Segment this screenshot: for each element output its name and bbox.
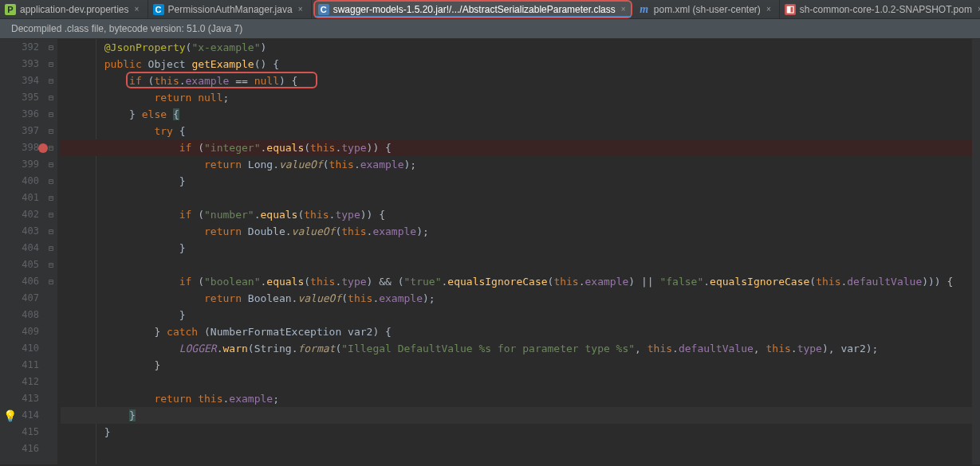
fold-marker-icon[interactable]: ⊟: [45, 72, 57, 89]
line-number: 404: [8, 240, 39, 256]
line-number: 403: [8, 223, 39, 240]
tab-permission-auth-manager[interactable]: C PermissionAuthManager.java ×: [148, 0, 312, 18]
line-number: 412: [8, 374, 39, 390]
line-number: 410: [8, 340, 39, 357]
line-number: 407: [8, 290, 39, 307]
tab-label: sh-common-core-1.0.2-SNAPSHOT.pom: [800, 4, 972, 15]
code-line[interactable]: if ("integer".equals(this.type)) {: [61, 139, 980, 156]
code-line[interactable]: return null;: [61, 89, 980, 106]
code-line[interactable]: } catch (NumberFormatException var2) {: [61, 323, 980, 340]
fold-marker-icon[interactable]: ⊟: [45, 106, 57, 123]
editor: 3923933943953963973983994004014024034044…: [0, 39, 980, 464]
line-number: 392: [8, 39, 39, 56]
line-number: 408: [8, 307, 39, 323]
close-tab-icon[interactable]: ×: [297, 6, 305, 14]
line-number: 393: [8, 56, 39, 72]
fold-marker-icon[interactable]: ⊟: [45, 89, 57, 106]
tab-abstract-serializable-parameter[interactable]: C swagger-models-1.5.20.jar!/.../Abstrac…: [313, 0, 632, 18]
code-line[interactable]: return Double.valueOf(this.example);: [61, 223, 980, 240]
code-line[interactable]: }: [61, 357, 980, 374]
fold-marker-icon[interactable]: ⊟: [45, 123, 57, 139]
file-icon: ◧: [785, 4, 796, 15]
intention-bulb-icon[interactable]: 💡: [3, 410, 14, 421]
close-tab-icon[interactable]: ×: [620, 6, 628, 14]
code-line[interactable]: return Boolean.valueOf(this.example);: [61, 290, 980, 307]
close-tab-icon[interactable]: ×: [765, 6, 773, 14]
code-line[interactable]: if ("boolean".equals(this.type) && ("tru…: [61, 273, 980, 290]
line-number: 411: [8, 357, 39, 374]
line-number: 400: [8, 173, 39, 190]
tab-pom-sh-user-center[interactable]: m pom.xml (sh-user-center) ×: [634, 0, 780, 18]
tab-label: application-dev.properties: [20, 4, 129, 15]
decompiled-banner: Decompiled .class file, bytecode version…: [0, 19, 980, 39]
code-line[interactable]: try {: [61, 123, 980, 139]
properties-file-icon: P: [5, 4, 16, 15]
code-line[interactable]: }: [61, 424, 980, 441]
code-line[interactable]: [61, 190, 980, 206]
code-area[interactable]: @JsonProperty("x-example") public Object…: [57, 39, 980, 464]
line-number: 409: [8, 323, 39, 340]
code-line[interactable]: }: [61, 240, 980, 256]
code-line[interactable]: }: [61, 307, 980, 323]
line-number: 397: [8, 123, 39, 139]
class-file-icon: C: [318, 4, 329, 15]
fold-marker-icon[interactable]: ⊟: [45, 39, 57, 56]
fold-marker-icon[interactable]: ⊟: [45, 56, 57, 72]
maven-file-icon: m: [639, 4, 650, 15]
fold-marker-icon[interactable]: ⊟: [45, 173, 57, 190]
code-line[interactable]: [61, 441, 980, 457]
line-number: 406: [8, 273, 39, 290]
line-number: 413: [8, 390, 39, 407]
fold-marker-icon[interactable]: ⊟: [45, 156, 57, 173]
code-line[interactable]: [61, 256, 980, 273]
code-line[interactable]: LOGGER.warn(String.format("Illegal Defau…: [61, 340, 980, 357]
code-line[interactable]: public Object getExample() {: [61, 56, 980, 72]
close-tab-icon[interactable]: ×: [133, 6, 141, 14]
code-line[interactable]: [61, 374, 980, 390]
tab-sh-common-core-pom[interactable]: ◧ sh-common-core-1.0.2-SNAPSHOT.pom ×: [780, 0, 980, 18]
code-line[interactable]: }: [61, 173, 980, 190]
fold-marker-icon[interactable]: ⊟: [45, 273, 57, 290]
code-line[interactable]: if (this.example == null) {: [61, 72, 980, 89]
fold-marker-icon[interactable]: ⊟: [45, 240, 57, 256]
error-stripe[interactable]: [972, 39, 980, 464]
code-line[interactable]: } else {: [61, 106, 980, 123]
java-class-icon: C: [153, 4, 164, 15]
fold-column[interactable]: ⊟⊟⊟⊟⊟⊟ ⊟ ⊟ ⊟ ⊟ ⊟⊟ ⊟ ⊟⊟: [45, 39, 57, 464]
line-number: 401: [8, 190, 39, 206]
code-line[interactable]: }💡: [61, 407, 980, 424]
code-line[interactable]: if ("number".equals(this.type)) {: [61, 206, 980, 223]
code-line[interactable]: return this.example;: [61, 390, 980, 407]
breakpoint-marker-icon[interactable]: [38, 143, 48, 153]
line-number: 402: [8, 206, 39, 223]
line-number: 396: [8, 106, 39, 123]
line-number: 395: [8, 89, 39, 106]
fold-marker-icon[interactable]: ⊟: [45, 256, 57, 273]
code-line[interactable]: return Long.valueOf(this.example);: [61, 156, 980, 173]
fold-marker-icon[interactable]: ⊟: [45, 190, 57, 206]
line-number: 405: [8, 256, 39, 273]
fold-marker-icon[interactable]: ⊟: [45, 223, 57, 240]
tab-strip: P application-dev.properties × C Permiss…: [0, 0, 980, 19]
tab-label: pom.xml (sh-user-center): [654, 4, 761, 15]
line-number: 415: [8, 424, 39, 441]
line-number: 399: [8, 156, 39, 173]
line-number: 416: [8, 441, 39, 457]
line-number-gutter: 3923933943953963973983994004014024034044…: [0, 39, 45, 464]
line-number: 398: [8, 139, 39, 156]
tab-application-dev[interactable]: P application-dev.properties ×: [0, 0, 148, 18]
tab-label: swagger-models-1.5.20.jar!/.../AbstractS…: [333, 4, 616, 15]
line-number: 394: [8, 72, 39, 89]
close-tab-icon[interactable]: ×: [976, 6, 980, 14]
code-line[interactable]: @JsonProperty("x-example"): [61, 39, 980, 56]
fold-marker-icon[interactable]: ⊟: [45, 206, 57, 223]
tab-label: PermissionAuthManager.java: [168, 4, 293, 15]
